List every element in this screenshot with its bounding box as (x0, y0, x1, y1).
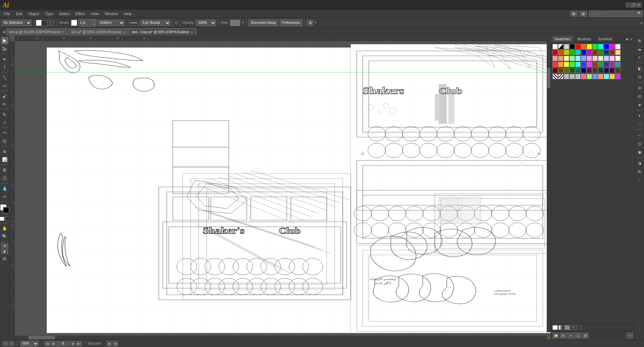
sw-midblue[interactable] (604, 62, 609, 67)
sw-chartreuse[interactable] (587, 74, 592, 79)
sw-salmon[interactable] (558, 56, 564, 61)
rt-tool-15[interactable]: ○ (636, 176, 643, 184)
rt-tool-12[interactable]: ◫ (636, 140, 643, 147)
sw-brightcyan[interactable] (575, 62, 581, 67)
sw-midpurple[interactable] (609, 62, 615, 67)
symbols-tab[interactable]: Symbols (595, 36, 616, 42)
sw-brightyellow[interactable] (564, 62, 569, 67)
rect-tool[interactable]: ▭ (1, 82, 8, 89)
menu-effect[interactable]: Effect (73, 11, 88, 16)
sw-gold[interactable] (609, 74, 615, 79)
sw-darkgreen[interactable] (570, 50, 575, 55)
tab-test-ai-close[interactable]: ✕ (62, 31, 64, 34)
none-swatch[interactable] (558, 44, 564, 49)
sw-mintgreen[interactable] (598, 56, 603, 61)
sw-darkteal[interactable] (575, 68, 581, 73)
white-swatch[interactable] (552, 44, 558, 49)
sw-periwinkle[interactable] (604, 56, 609, 61)
color-swatch-green[interactable] (592, 44, 598, 49)
menu-help[interactable]: Help (121, 11, 135, 16)
artboard-tool[interactable]: ⊟ (1, 255, 8, 262)
sw-cornflower[interactable] (592, 74, 598, 79)
sw-brown[interactable] (592, 50, 598, 55)
stroke-type-select[interactable]: Uniform (98, 20, 124, 26)
tab-copy-ai[interactable]: test - Copy.ai* @ 50% (CMYK/Outline) ✕ (129, 28, 196, 36)
sw-forestgreen[interactable] (570, 68, 575, 73)
sw-blush[interactable] (592, 56, 598, 61)
sw-darkred[interactable] (552, 50, 558, 55)
sw-lavender[interactable] (581, 56, 586, 61)
canvas-area[interactable]: 20 25 30 35 40 (9, 36, 551, 340)
stroke-color-swatch[interactable] (41, 20, 47, 27)
prev-page-btn[interactable]: ◀ (50, 341, 56, 346)
paintbrush-tool[interactable]: 🖌 (1, 92, 8, 100)
mesh-tool[interactable]: ⊞ (1, 166, 8, 174)
sw-brightmagenta[interactable] (587, 62, 592, 67)
stop-btn[interactable]: ◀ (113, 341, 118, 346)
sw-lightcyan[interactable] (575, 56, 581, 61)
sw-deepwine[interactable] (609, 68, 615, 73)
sw-darkolive[interactable] (564, 68, 569, 73)
sw-huntergreen[interactable] (598, 68, 603, 73)
status-icon-1[interactable]: ? (3, 341, 8, 346)
panel-toggle[interactable]: » (640, 20, 643, 25)
column-graph-tool[interactable]: 📊 (1, 156, 8, 163)
color-swatch-orange[interactable] (581, 44, 586, 49)
minimize-button[interactable]: – (626, 3, 631, 7)
free-transform-tool[interactable]: ⊡ (1, 137, 8, 145)
vertical-scrollbar[interactable] (547, 41, 551, 332)
sw-maroon[interactable] (552, 68, 558, 73)
color-swatch-cyan[interactable] (598, 44, 603, 49)
sw-darkolive2[interactable] (615, 68, 621, 73)
rt-tool-9[interactable]: ✦ (636, 112, 643, 119)
sw-lightgreen[interactable] (570, 56, 575, 61)
sw-tangerine[interactable] (598, 74, 603, 79)
sw-hatch4[interactable] (570, 74, 575, 79)
graphic-styles-btn[interactable]: ◉ (1, 249, 8, 254)
rt-tool-10[interactable]: ⬛ (636, 120, 643, 128)
sw-navy[interactable] (604, 50, 609, 55)
document-setup-button[interactable]: Document Setup (249, 19, 278, 26)
pen-tool[interactable]: ✒ (1, 55, 8, 63)
hand-tool[interactable]: ✋ (1, 225, 8, 232)
color-swatch-red[interactable] (575, 44, 581, 49)
sw-darkyellow[interactable] (564, 50, 569, 55)
warp-tool[interactable]: 〜 (1, 129, 8, 137)
blend-tool[interactable]: ∞ (1, 193, 8, 200)
cap-style-select[interactable]: 5 pt. Round (140, 20, 170, 26)
search-input[interactable] (589, 11, 643, 17)
menu-edit[interactable]: Edit (13, 11, 25, 16)
sw-midgreen[interactable] (598, 62, 603, 67)
bridge-icon[interactable]: Br (570, 11, 578, 17)
swatches-tab[interactable]: Swatches (551, 36, 574, 42)
sw-violet[interactable] (615, 74, 621, 79)
pencil-tool[interactable]: ✏ (1, 100, 8, 108)
page-number-input[interactable] (56, 341, 70, 346)
window-controls[interactable]: – ❐ ✕ (626, 3, 641, 7)
last-page-btn[interactable]: ▶| (76, 341, 82, 346)
solid-color-mode[interactable] (552, 325, 558, 330)
show-swatch-kinds-icon[interactable]: ◫ (575, 333, 581, 339)
delete-swatch-icon[interactable]: 🗑 (582, 333, 589, 339)
restore-button[interactable]: ❐ (631, 3, 636, 7)
sw-dots[interactable] (575, 74, 581, 79)
normal-mode-icon[interactable] (0, 217, 4, 221)
sw-darkmagenta[interactable] (587, 50, 592, 55)
view-dropdown-arrow[interactable]: ▼ (314, 21, 317, 24)
swatch-libraries-icon[interactable]: ≡ (567, 333, 574, 339)
horizontal-scrollbar[interactable] (15, 336, 547, 340)
rt-tool-4[interactable]: ◧ (636, 65, 643, 72)
color-swatch-blue[interactable] (604, 44, 609, 49)
stroke-color-box[interactable] (71, 20, 77, 26)
tab-101-ai[interactable]: 101.ai* @ 100% (CMYK/Preview) ✕ (68, 28, 128, 36)
style-swatch[interactable] (230, 20, 240, 26)
sw-brightred[interactable] (552, 62, 558, 67)
color-group-mode[interactable]: ◈ (571, 325, 576, 330)
swatch-options-icon[interactable]: ⊞ (560, 333, 567, 339)
sw-thistle[interactable] (609, 56, 615, 61)
menu-file[interactable]: File (1, 11, 13, 16)
selection-tool[interactable] (1, 37, 8, 44)
style-arrow-icon[interactable]: ▼ (241, 21, 244, 24)
selection-mode-select[interactable]: No Selection (1, 20, 32, 26)
sw-lightyellow[interactable] (564, 56, 569, 61)
